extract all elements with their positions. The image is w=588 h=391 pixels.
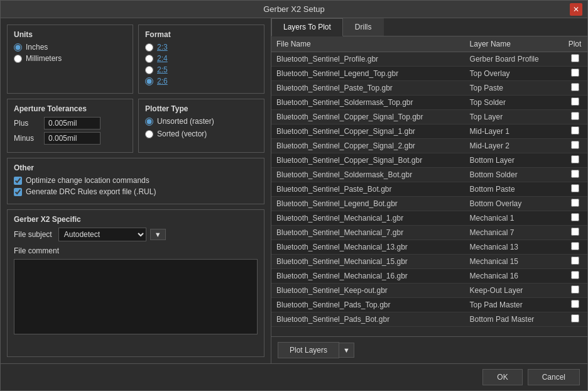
plot-layers-dropdown-button[interactable]: ▼ [339,343,354,358]
cell-layername: Keep-Out Layer [465,284,562,298]
table-row: Bluetooth_Sentinel_Soldermask_Top.gbrTop… [271,96,587,110]
cancel-button[interactable]: Cancel [528,369,580,385]
optimize-checkbox-option[interactable]: Optimize change location commands [14,176,258,185]
file-subject-dropdown-button[interactable]: ▼ [150,229,166,240]
col-header-filename: File Name [271,36,465,52]
plot-checkbox[interactable] [571,54,579,62]
plot-checkbox[interactable] [571,112,579,120]
plot-checkbox[interactable] [571,141,579,149]
aperture-minus-input[interactable] [44,132,101,145]
plotter-sorted-option[interactable]: Sorted (vector) [145,129,258,138]
cell-layername: Top Solder [465,96,562,110]
plotter-type-label: Plotter Type [145,104,258,113]
gerber-section: Gerber X2 Specific File subject Autodete… [7,209,264,357]
plot-checkbox[interactable] [571,83,579,91]
format-2-5-option[interactable]: 2:5 [145,65,258,74]
cell-filename: Bluetooth_Sentinel_Mechanical_16.gbr [271,269,465,284]
plot-checkbox[interactable] [571,184,579,192]
tab-drills[interactable]: Drills [343,18,384,36]
units-inches-radio[interactable] [14,43,22,52]
cell-layername: Top Layer [465,110,562,124]
plot-checkbox[interactable] [571,271,579,279]
plot-checkbox[interactable] [571,69,579,77]
format-2-6-radio[interactable] [145,77,153,85]
plotter-sorted-radio[interactable] [145,130,153,138]
format-2-6-label[interactable]: 2:6 [157,77,168,85]
units-millimeters-radio[interactable] [14,55,22,63]
table-row: Bluetooth_Sentinel_Soldermask_Bot.gbrBot… [271,168,587,182]
close-button[interactable]: ✕ [570,3,582,16]
format-2-3-label[interactable]: 2:3 [157,43,168,52]
cell-plot [562,269,587,284]
plot-checkbox[interactable] [571,170,579,178]
format-2-3-option[interactable]: 2:3 [145,43,258,52]
plot-checkbox[interactable] [571,242,579,250]
file-comment-textarea[interactable] [14,259,258,334]
format-2-4-label[interactable]: 2:4 [157,54,168,63]
table-row: Bluetooth_Sentinel_Legend_Top.gbrTop Ove… [271,67,587,81]
cell-layername: Top Pad Master [465,298,562,312]
aperture-plus-input[interactable] [44,117,101,129]
plotter-type-section: Plotter Type Unsorted (raster) Sorted (v… [138,99,264,153]
layers-table-container: File Name Layer Name Plot Bluetooth_Sent… [271,36,587,336]
plot-checkbox[interactable] [571,314,579,322]
tab-layers-to-plot[interactable]: Layers To Plot [271,18,343,36]
cell-plot [562,284,587,298]
cell-filename: Bluetooth_Sentinel_Mechanical_7.gbr [271,226,465,240]
ok-button[interactable]: OK [482,369,522,385]
cell-layername: Mechanical 16 [465,269,562,284]
format-2-4-option[interactable]: 2:4 [145,54,258,63]
plotter-unsorted-radio[interactable] [145,118,153,126]
plot-checkbox[interactable] [571,256,579,265]
aperture-label: Aperture Tolerances [14,104,126,113]
plot-checkbox[interactable] [571,155,579,163]
plotter-unsorted-label: Unsorted (raster) [157,117,214,126]
units-inches-option[interactable]: Inches [14,43,126,52]
cell-plot [562,240,587,255]
format-2-5-radio[interactable] [145,66,153,74]
table-row: Bluetooth_Sentinel_Paste_Bot.gbrBottom P… [271,182,587,197]
drc-checkbox[interactable] [14,188,22,196]
plotter-unsorted-option[interactable]: Unsorted (raster) [145,117,258,126]
file-subject-select[interactable]: Autodetect Top Copper Bottom Copper [58,228,146,241]
format-2-6-option[interactable]: 2:6 [145,77,258,85]
plot-checkbox[interactable] [571,285,579,294]
file-comment-label: File comment [14,246,258,255]
cell-plot [562,96,587,110]
cell-layername: Mechanical 7 [465,226,562,240]
cell-filename: Bluetooth_Sentinel_Copper_Signal_1.gbr [271,124,465,139]
table-row: Bluetooth_Sentinel_Mechanical_7.gbrMecha… [271,226,587,240]
cell-plot [562,153,587,168]
plot-checkbox[interactable] [571,213,579,221]
format-2-3-radio[interactable] [145,43,153,52]
gerber-label: Gerber X2 Specific [14,215,258,224]
cell-filename: Bluetooth_Sentinel_Copper_Signal_Top.gbr [271,110,465,124]
table-row: Bluetooth_Sentinel_Paste_Top.gbrTop Past… [271,81,587,96]
cell-layername: Bottom Pad Master [465,312,562,327]
drc-checkbox-option[interactable]: Generate DRC Rules export file (.RUL) [14,187,258,196]
right-panel: Layers To Plot Drills File Name Layer Na… [271,18,587,363]
cell-filename: Bluetooth_Sentinel_Soldermask_Bot.gbr [271,168,465,182]
cell-filename: Bluetooth_Sentinel_Paste_Top.gbr [271,81,465,96]
plot-checkbox[interactable] [571,126,579,135]
cell-plot [562,139,587,153]
main-window: Gerber X2 Setup ✕ Units Inches [0,0,588,391]
plot-checkbox[interactable] [571,199,579,207]
table-row: Bluetooth_Sentinel_Mechanical_13.gbrMech… [271,240,587,255]
cell-layername: Top Overlay [465,67,562,81]
cell-layername: Mechanical 1 [465,211,562,226]
units-millimeters-option[interactable]: Millimeters [14,54,126,63]
plot-checkbox[interactable] [571,97,579,106]
optimize-checkbox[interactable] [14,177,22,185]
plot-layers-button[interactable]: Plot Layers [278,342,339,358]
file-subject-label: File subject [14,230,52,239]
format-2-5-label[interactable]: 2:5 [157,65,168,74]
cell-filename: Bluetooth_Sentinel_Paste_Bot.gbr [271,182,465,197]
plot-checkbox[interactable] [571,300,579,308]
format-2-4-radio[interactable] [145,55,153,63]
plot-checkbox[interactable] [571,228,579,236]
ok-cancel-group: OK Cancel [482,369,580,385]
cell-filename: Bluetooth_Sentinel_Copper_Signal_2.gbr [271,139,465,153]
cell-plot [562,255,587,269]
cell-layername: Mid-Layer 1 [465,124,562,139]
